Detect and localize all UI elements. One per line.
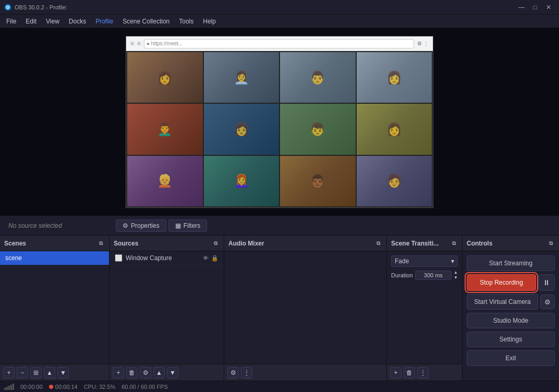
transitions-add-button[interactable]: + [390,367,402,378]
video-cell-3: 👨 [280,52,356,103]
audio-restore-icon[interactable]: ⧉ [374,239,382,248]
sources-restore-icon[interactable]: ⧉ [211,239,220,248]
menu-scene-collection[interactable]: Scene Collection [118,16,174,27]
properties-button[interactable]: ⚙ Properties [116,219,166,232]
menu-edit[interactable]: Edit [21,16,41,27]
sources-settings-button[interactable]: ⚙ [140,367,151,378]
transitions-panel-title-group: Scene Transiti... [391,240,439,247]
audio-header-controls: ⧉ [374,239,382,248]
source-item-icons: 👁 🔒 [202,254,218,262]
sources-up-button[interactable]: ▲ [153,367,165,378]
browser-bar: ● https://meet... ⚙ ⋮ [126,36,433,51]
studio-mode-button[interactable]: Studio Mode [467,313,555,328]
maximize-button[interactable]: □ [529,2,541,13]
transitions-more-button[interactable]: ⋮ [417,367,429,378]
menu-tools[interactable]: Tools [175,16,198,27]
close-button[interactable]: ✕ [542,2,555,13]
cpu-segment: CPU: 32.5% [84,384,116,390]
sources-panel: Sources ⧉ ⬜ Window Capture 👁 🔒 + [110,236,224,381]
menu-docks[interactable]: Docks [65,16,90,27]
scenes-panel-title-group: Scenes [4,240,26,247]
audio-panel-header: Audio Mixer ⧉ [224,236,386,251]
scenes-down-button[interactable]: ▼ [57,367,69,378]
menu-profile[interactable]: Profile [91,16,117,27]
duration-down-icon[interactable]: ▼ [454,275,458,280]
video-grid: 👩 👩‍💼 👨 👩 👨‍🦱 👩 👦 [126,51,433,207]
sources-add-button[interactable]: + [113,367,124,378]
menu-view[interactable]: View [42,16,64,27]
controls-restore-icon[interactable]: ⧉ [546,239,555,248]
obs-logo-icon [4,4,11,11]
transitions-header-controls: ⧉ [449,239,458,248]
video-cell-1: 👩 [127,52,203,103]
scenes-panel: Scenes ⧉ scene + − ⊞ ▲ ▼ [0,236,110,381]
controls-panel: Controls ⧉ Start Streaming Stop Recordin… [463,236,559,381]
sources-down-button[interactable]: ▼ [167,367,178,378]
title-bar: OBS 30.0.2 - Profile: — □ ✕ [0,0,559,15]
fade-value: Fade [395,258,409,265]
chevron-down-icon: ▾ [451,258,454,265]
minimize-button[interactable]: — [515,2,528,13]
scenes-up-button[interactable]: ▲ [44,367,55,378]
transitions-remove-button[interactable]: 🗑 [404,367,415,378]
start-virtual-camera-button[interactable]: Start Virtual Camera [467,294,538,310]
scenes-header-controls: ⧉ [96,239,105,248]
filter-icon: ▦ [175,222,181,229]
fps-segment: 60.00 / 60.00 FPS [121,384,168,390]
scenes-dupe-button[interactable]: ⊞ [30,367,42,378]
transitions-footer: + 🗑 ⋮ [387,364,462,381]
controls-panel-header: Controls ⧉ [463,236,559,251]
audio-mixer-panel: Audio Mixer ⧉ ⚙ ⋮ [224,236,387,381]
window-capture-icon: ⬜ [115,254,123,262]
toolbar: No source selected ⚙ Properties ▦ Filter… [0,216,559,236]
scenes-add-button[interactable]: + [3,367,15,378]
video-cell-7: 👦 [280,104,356,154]
menu-bar: File Edit View Docks Profile Scene Colle… [0,15,559,28]
pause-icon: ⏸ [543,278,550,287]
video-cell-9: 👱 [127,156,203,206]
transitions-panel-header: Scene Transiti... ⧉ [387,236,462,251]
transitions-restore-icon[interactable]: ⧉ [449,239,458,248]
stream-time-label: 00:00:00 [20,384,43,390]
source-item-window-capture[interactable]: ⬜ Window Capture 👁 🔒 [110,251,224,265]
virtual-camera-settings-button[interactable]: ⚙ [540,295,555,309]
fps-label: 60.00 / 60.00 FPS [121,384,168,390]
settings-button[interactable]: Settings [467,332,555,347]
duration-up-icon[interactable]: ▲ [454,270,458,275]
controls-header-controls: ⧉ [546,239,555,248]
start-streaming-button[interactable]: Start Streaming [467,255,555,271]
browser-url-bar: ● https://meet... [144,39,414,48]
signal-bars-segment [4,384,14,390]
sources-remove-button[interactable]: 🗑 [126,367,138,378]
controls-content: Start Streaming Stop Recording ⏸ Start V… [463,251,559,381]
duration-label: Duration [391,272,413,278]
filters-button[interactable]: ▦ Filters [168,219,208,232]
pause-recording-button[interactable]: ⏸ [538,274,555,291]
exit-button[interactable]: Exit [467,350,555,366]
menu-file[interactable]: File [2,16,20,27]
scenes-list: scene [0,251,109,364]
title-text: OBS 30.0.2 - Profile: [15,4,67,10]
scene-transitions-panel: Scene Transiti... ⧉ Fade ▾ Duration 300 … [387,236,463,381]
audio-settings-button[interactable]: ⚙ [227,367,239,378]
scenes-restore-icon[interactable]: ⧉ [96,239,105,248]
svg-point-2 [7,6,9,8]
recording-row: Stop Recording ⏸ [467,274,555,291]
scenes-remove-button[interactable]: − [17,367,28,378]
scenes-panel-title: Scenes [4,240,26,247]
source-eye-icon[interactable]: 👁 [202,254,209,262]
fade-select[interactable]: Fade ▾ [391,255,458,267]
record-indicator-icon [49,385,53,389]
scenes-footer: + − ⊞ ▲ ▼ [0,364,109,381]
audio-mixer-content [224,251,386,364]
source-item-label: Window Capture [126,254,172,262]
duration-input[interactable]: 300 ms [415,271,452,280]
title-bar-controls: — □ ✕ [515,2,555,13]
stop-recording-button[interactable]: Stop Recording [467,274,536,291]
audio-more-button[interactable]: ⋮ [241,367,252,378]
source-lock-icon[interactable]: 🔒 [211,254,218,262]
scene-item[interactable]: scene [0,251,109,265]
video-cell-8: 👩 [357,104,432,154]
menu-help[interactable]: Help [199,16,220,27]
settings-gear-icon: ⚙ [544,298,551,306]
